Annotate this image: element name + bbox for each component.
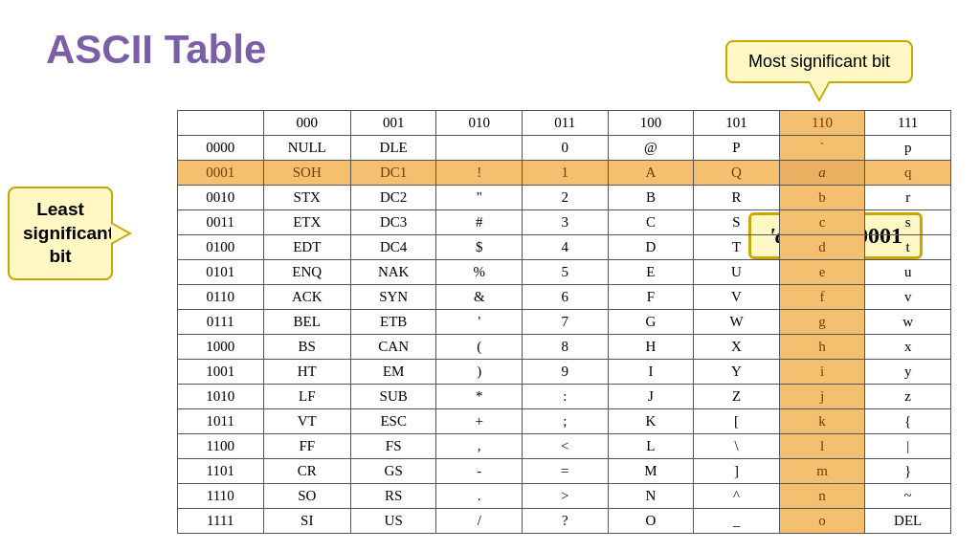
table-cell: L <box>608 434 694 459</box>
table-cell: P <box>694 136 780 161</box>
table-cell: \ <box>694 434 780 459</box>
row-label-cell: 1000 <box>178 335 264 360</box>
table-cell: > <box>523 484 609 509</box>
row-label-cell: 1111 <box>178 509 264 534</box>
table-cell: BEL <box>263 310 350 335</box>
table-cell: $ <box>436 235 523 260</box>
table-row: 0000NULLDLE0@P`p <box>178 136 951 161</box>
table-cell: B <box>608 186 694 210</box>
table-cell: ACK <box>263 285 350 310</box>
table-cell: / <box>436 509 523 534</box>
table-cell: CR <box>263 459 350 484</box>
table-cell: NULL <box>263 136 350 161</box>
table-cell: GS <box>350 459 436 484</box>
table-cell: # <box>436 210 523 235</box>
table-cell: ; <box>523 409 609 434</box>
table-cell: u <box>865 260 951 285</box>
table-cell: C <box>608 210 694 235</box>
table-cell: X <box>694 335 780 360</box>
table-cell: 6 <box>523 285 609 310</box>
table-cell: : <box>523 385 609 409</box>
header-cell-010: 010 <box>436 111 523 136</box>
table-cell: S <box>694 210 780 235</box>
row-label-cell: 0110 <box>178 285 264 310</box>
table-cell: t <box>865 235 951 260</box>
table-cell: v <box>865 285 951 310</box>
table-cell: ! <box>436 161 523 186</box>
table-row: 1111SIUS/?O_oDEL <box>178 509 951 534</box>
header-cell-111: 111 <box>865 111 951 136</box>
table-cell: p <box>865 136 951 161</box>
table-cell: ( <box>436 335 523 360</box>
table-cell: 0 <box>523 136 609 161</box>
table-cell: 3 <box>523 210 609 235</box>
table-cell: J <box>608 385 694 409</box>
table-cell: ^ <box>694 484 780 509</box>
table-row: 1001HTEM)9IYiy <box>178 360 951 385</box>
table-cell: K <box>608 409 694 434</box>
table-cell: M <box>608 459 694 484</box>
table-cell: * <box>436 385 523 409</box>
table-body: 0000NULLDLE0@P`p0001SOHDC1!1AQaq0010STXD… <box>178 136 951 534</box>
table-cell: F <box>608 285 694 310</box>
table-row: 0001SOHDC1!1AQaq <box>178 161 951 186</box>
table-cell: SOH <box>263 161 350 186</box>
table-cell: ETX <box>263 210 350 235</box>
table-cell: SYN <box>350 285 436 310</box>
table-cell: H <box>608 335 694 360</box>
table-cell: f <box>779 285 865 310</box>
table-row: 0110ACKSYN&6FVfv <box>178 285 951 310</box>
header-cell-101: 101 <box>694 111 780 136</box>
table-cell: h <box>779 335 865 360</box>
table-cell: ETB <box>350 310 436 335</box>
table-cell: VT <box>263 409 350 434</box>
table-cell: HT <box>263 360 350 385</box>
table-cell: m <box>779 459 865 484</box>
row-label-cell: 1110 <box>178 484 264 509</box>
row-label-cell: 1100 <box>178 434 264 459</box>
table-cell: e <box>779 260 865 285</box>
table-cell: DLE <box>350 136 436 161</box>
row-label-cell: 1101 <box>178 459 264 484</box>
table-cell: z <box>865 385 951 409</box>
table-cell: b <box>779 186 865 210</box>
table-cell: 4 <box>523 235 609 260</box>
table-cell: W <box>694 310 780 335</box>
header-cell-001: 001 <box>350 111 436 136</box>
table-cell: Y <box>694 360 780 385</box>
table-cell: o <box>779 509 865 534</box>
table-cell: % <box>436 260 523 285</box>
row-label-cell: 0010 <box>178 186 264 210</box>
row-label-cell: 0000 <box>178 136 264 161</box>
table-cell: ENQ <box>263 260 350 285</box>
table-cell: { <box>865 409 951 434</box>
header-cell-100: 100 <box>608 111 694 136</box>
table-row: 0100EDTDC4$4DTdt <box>178 235 951 260</box>
table-cell: y <box>865 360 951 385</box>
table-cell <box>436 136 523 161</box>
table-row: 0011ETXDC3#3CScs <box>178 210 951 235</box>
table-cell: Q <box>694 161 780 186</box>
table-cell: STX <box>263 186 350 210</box>
table-cell: ~ <box>865 484 951 509</box>
table-cell: 7 <box>523 310 609 335</box>
table-cell: U <box>694 260 780 285</box>
table-row: 0111BELETB'7GWgw <box>178 310 951 335</box>
ascii-table-container: 000 001 010 011 100 101 110 111 0000NULL… <box>177 110 951 534</box>
table-cell: " <box>436 186 523 210</box>
table-cell: V <box>694 285 780 310</box>
table-cell: ) <box>436 360 523 385</box>
table-cell: DC1 <box>350 161 436 186</box>
table-cell: 2 <box>523 186 609 210</box>
table-row: 0010STXDC2"2BRbr <box>178 186 951 210</box>
table-row: 0101ENQNAK%5EUeu <box>178 260 951 285</box>
table-cell: SO <box>263 484 350 509</box>
table-cell: d <box>779 235 865 260</box>
table-row: 1101CRGS-=M]m} <box>178 459 951 484</box>
table-cell: SUB <box>350 385 436 409</box>
row-label-cell: 1010 <box>178 385 264 409</box>
table-cell: R <box>694 186 780 210</box>
table-row: 1100FFFS,<L\l| <box>178 434 951 459</box>
table-cell: LF <box>263 385 350 409</box>
table-cell: l <box>779 434 865 459</box>
